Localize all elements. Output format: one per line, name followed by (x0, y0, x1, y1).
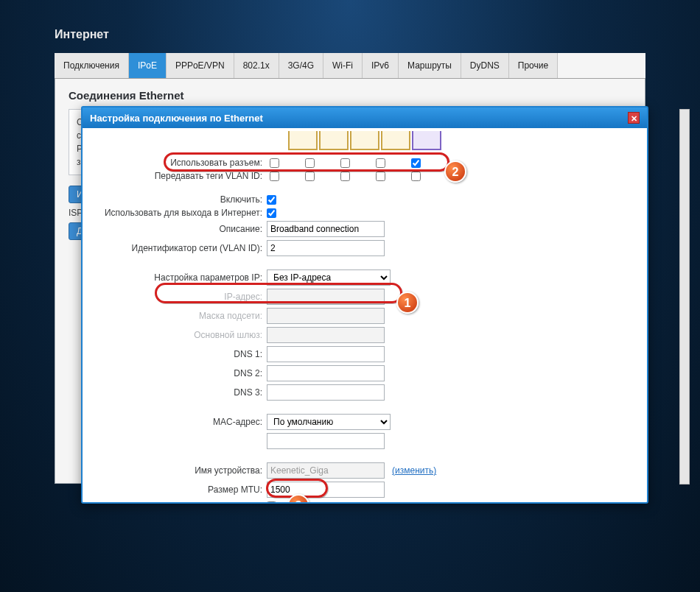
port-3 (350, 131, 379, 150)
close-icon[interactable]: ✕ (628, 112, 640, 124)
tab-bar: Подключения IPoE PPPoE/VPN 802.1x 3G/4G … (55, 53, 645, 79)
use-socket-2[interactable] (305, 158, 315, 168)
tab-8021x[interactable]: 802.1x (234, 53, 279, 78)
dns2-input[interactable] (267, 365, 385, 381)
mac-select[interactable]: По умолчанию (267, 414, 391, 430)
use-socket-4[interactable] (376, 158, 385, 168)
port-4 (381, 131, 410, 150)
label-ip-params: Настройка параметров IP: (83, 272, 267, 283)
label-device-name: Имя устройства: (83, 465, 267, 476)
ip-params-select[interactable]: Без IP-адреса (267, 269, 391, 286)
tab-ipv6[interactable]: IPv6 (363, 53, 399, 78)
change-link[interactable]: (изменить) (392, 465, 436, 476)
use-socket-5[interactable] (411, 158, 421, 168)
modal-body: Использовать разъем: Передавать теги VLA… (83, 128, 647, 502)
vlan-tag-3[interactable] (340, 172, 350, 181)
port-2 (319, 131, 349, 150)
use-internet-checkbox[interactable] (267, 208, 276, 218)
tab-ipoe[interactable]: IPoE (129, 53, 167, 78)
tab-connections[interactable]: Подключения (55, 53, 129, 78)
modal-title-text: Настройка подключения по Ethernet (90, 113, 263, 124)
vlan-tags-group (267, 172, 421, 181)
use-socket-3[interactable] (340, 158, 350, 168)
enable-checkbox[interactable] (267, 195, 276, 205)
device-name-input (267, 462, 385, 479)
gateway-input (267, 327, 385, 343)
label-ip-addr: IP-адрес: (83, 292, 267, 302)
tab-other[interactable]: Прочие (509, 53, 558, 78)
label-dns2: DNS 2: (83, 368, 267, 378)
page-scrollbar[interactable] (679, 109, 690, 484)
page-title: Интернет (0, 0, 700, 53)
label-use-socket: Использовать разъем: (83, 158, 267, 168)
dns1-input[interactable] (267, 346, 385, 362)
label-vlan-id: Идентификатор сети (VLAN ID): (83, 243, 267, 253)
label-enable: Включить: (83, 194, 267, 205)
vlan-id-input[interactable] (267, 240, 385, 256)
panel-heading: Соединения Ethernet (69, 89, 631, 102)
description-input[interactable] (267, 221, 385, 237)
label-gateway: Основной шлюз: (83, 330, 267, 340)
tab-pppoe-vpn[interactable]: PPPoE/VPN (167, 53, 234, 78)
vlan-tag-4[interactable] (376, 172, 385, 181)
ethernet-settings-modal: Настройка подключения по Ethernet ✕ Испо… (81, 106, 648, 504)
label-netmask: Маска подсети: (83, 311, 267, 321)
port-diagram (83, 131, 647, 155)
port-1 (288, 131, 318, 150)
label-dns3: DNS 3: (83, 387, 267, 398)
label-description: Описание: (83, 224, 267, 234)
mac-custom-input[interactable] (267, 433, 385, 449)
label-use-internet: Использовать для выхода в Интернет: (83, 208, 267, 218)
use-socket-1[interactable] (270, 158, 279, 168)
tab-routes[interactable]: Маршруты (399, 53, 461, 78)
dns3-input[interactable] (267, 384, 385, 401)
tab-dydns[interactable]: DyDNS (461, 53, 509, 78)
vlan-tag-2[interactable] (305, 172, 315, 181)
ttl-checkbox[interactable] (267, 501, 276, 503)
label-ttl: Не уменьшать TTL: (83, 501, 267, 502)
label-dns1: DNS 1: (83, 349, 267, 359)
tab-3g4g[interactable]: 3G/4G (279, 53, 323, 78)
label-vlan-tags: Передавать теги VLAN ID: (83, 171, 267, 181)
modal-titlebar: Настройка подключения по Ethernet ✕ (83, 108, 647, 128)
vlan-tag-5[interactable] (411, 172, 421, 181)
netmask-input (267, 308, 385, 324)
ip-addr-input (267, 289, 385, 305)
port-5 (412, 131, 441, 150)
label-mtu: Размер MTU: (83, 484, 267, 495)
use-socket-group (267, 158, 421, 168)
label-mac: MAC-адрес: (83, 417, 267, 427)
mtu-input[interactable] (267, 482, 385, 498)
tab-wifi[interactable]: Wi-Fi (323, 53, 363, 78)
vlan-tag-1[interactable] (270, 172, 279, 181)
